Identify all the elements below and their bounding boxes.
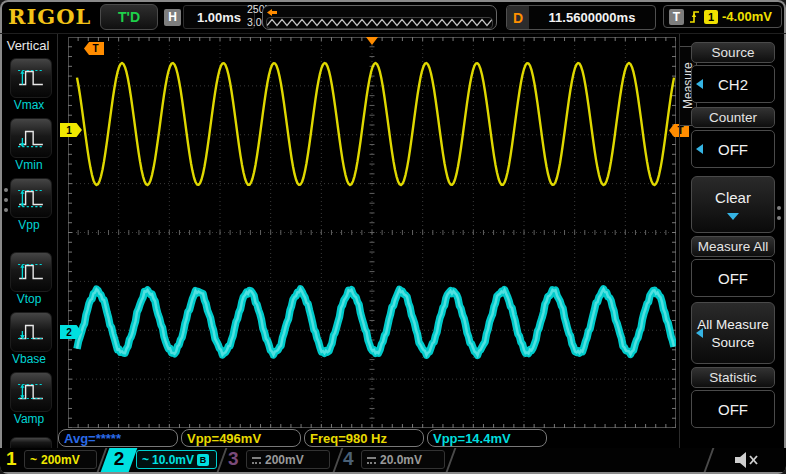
waveform-ch1 xyxy=(77,63,674,185)
dc-coupling-icon xyxy=(252,457,261,467)
channel3-scale: 200mV xyxy=(265,453,304,467)
scroll-dot xyxy=(777,216,781,220)
channel3-number[interactable]: 3 xyxy=(228,448,239,470)
trigger-status-badge: T'D xyxy=(100,4,158,30)
trigger-delay-marker[interactable] xyxy=(366,37,378,45)
vbase-icon xyxy=(17,320,45,344)
trigger-edge-rising-icon xyxy=(688,9,700,25)
sidebar-item-label: Vamp xyxy=(0,412,58,426)
chevron-left-icon xyxy=(696,79,703,89)
sidebar-item-label: Vpp xyxy=(0,218,58,232)
sidebar-item-vbase[interactable] xyxy=(10,312,52,352)
sidebar-item-label: Vtop xyxy=(0,292,58,306)
vpp-icon xyxy=(17,186,45,210)
chevron-left-icon xyxy=(696,328,703,338)
sidebar-divider xyxy=(57,34,58,448)
channel-status-bar: 1 ~ 200mV 2 ~ 10.0mV B 3 200mV 4 20.0mV xyxy=(0,448,786,472)
delay-value: 11.5600000ms xyxy=(529,10,655,25)
channel4-status[interactable]: 20.0mV xyxy=(361,450,445,469)
source-value: CH2 xyxy=(718,76,748,93)
channel2-scale: 10.0mV xyxy=(152,453,194,467)
sidebar-item-label: Vbase xyxy=(0,352,58,366)
rigol-logo: RIGOL xyxy=(8,4,91,29)
oscilloscope-screen: RIGOL T'D H 1.00ms 250MSa/s 3.00M pts D … xyxy=(0,0,786,474)
delay-label: D xyxy=(507,6,529,29)
scroll-dot xyxy=(4,208,8,212)
divider xyxy=(333,448,344,472)
memory-waveform-icon xyxy=(266,17,493,29)
all-measure-line2: Source xyxy=(692,335,774,350)
dc-coupling-icon xyxy=(367,457,376,467)
measurement-vpp-ch1[interactable]: Vpp=496mV xyxy=(181,429,301,447)
channel3-status[interactable]: 200mV xyxy=(246,450,330,469)
trigger-level-value: -4.00mV xyxy=(722,9,772,24)
trigger-readout: T 1 -4.00mV xyxy=(663,5,782,28)
source-label[interactable]: Source xyxy=(691,42,775,63)
vamp-icon xyxy=(17,380,45,404)
speaker-muted-icon xyxy=(733,451,761,469)
vmin-icon xyxy=(17,126,45,150)
horizontal-timebase: H 1.00ms xyxy=(164,6,255,28)
channel1-number[interactable]: 1 xyxy=(6,448,17,470)
bandwidth-limit-icon: B xyxy=(197,454,209,466)
trigger-label: T xyxy=(669,9,684,25)
channel2-number[interactable]: 2 xyxy=(105,448,133,470)
statistic-label[interactable]: Statistic xyxy=(691,367,775,388)
measure-all-value: OFF xyxy=(718,270,748,287)
divider xyxy=(446,448,457,472)
sidebar-item-label: Vmax xyxy=(0,98,58,112)
waveform-ch2 xyxy=(77,289,674,355)
channel4-number[interactable]: 4 xyxy=(343,448,354,470)
counter-label[interactable]: Counter xyxy=(691,107,775,128)
sidebar-item-vmin[interactable] xyxy=(10,118,52,158)
counter-value: OFF xyxy=(718,141,748,158)
horizontal-key-icon: H xyxy=(164,9,181,26)
statistic-value: OFF xyxy=(718,401,748,418)
divider xyxy=(217,448,228,472)
header-divider xyxy=(0,33,786,34)
scroll-dot xyxy=(777,206,781,210)
all-measure-source-button[interactable]: All Measure Source xyxy=(691,302,775,364)
ac-coupling-icon: ~ xyxy=(142,456,149,464)
timebase-value: 1.00ms xyxy=(183,5,255,29)
all-measure-line1: All Measure xyxy=(692,317,774,332)
channel1-scale: 200mV xyxy=(41,453,80,467)
clear-label: Clear xyxy=(692,189,774,206)
clear-button[interactable]: Clear xyxy=(691,176,775,233)
measure-all-value-button[interactable]: OFF xyxy=(691,259,775,297)
measurement-vpp-ch2[interactable]: Vpp=14.4mV xyxy=(427,429,547,447)
memory-position-bar xyxy=(262,5,497,30)
chevron-down-icon xyxy=(727,213,739,220)
scroll-dot xyxy=(4,198,8,202)
channel2-status[interactable]: ~ 10.0mV B xyxy=(136,450,217,469)
sidebar-item-vamp[interactable] xyxy=(10,372,52,412)
trigger-source-badge: 1 xyxy=(704,10,718,24)
sidebar-item-vtop[interactable] xyxy=(10,252,52,292)
divider xyxy=(704,448,715,472)
channel1-status[interactable]: ~ 200mV xyxy=(24,450,97,469)
counter-value-button[interactable]: OFF xyxy=(691,130,775,168)
sidebar-item-vpp[interactable] xyxy=(10,178,52,218)
sidebar-item-label: Vmin xyxy=(0,158,58,172)
scroll-dot xyxy=(4,188,8,192)
delay-readout: D 11.5600000ms xyxy=(506,5,656,30)
waveform-display xyxy=(68,37,676,428)
measurement-freq[interactable]: Freq=980 Hz xyxy=(304,429,424,447)
ac-coupling-icon: ~ xyxy=(30,456,37,464)
measurement-avg[interactable]: Avg=***** xyxy=(58,429,178,447)
vtop-icon xyxy=(17,260,45,284)
measure-all-label[interactable]: Measure All xyxy=(691,236,775,257)
statistic-value-button[interactable]: OFF xyxy=(691,390,775,428)
chevron-left-icon xyxy=(696,144,703,154)
sidebar-title: Vertical xyxy=(0,38,56,53)
source-value-button[interactable]: CH2 xyxy=(691,65,775,103)
channel4-scale: 20.0mV xyxy=(380,453,422,467)
sidebar-item-vmax[interactable] xyxy=(10,58,52,98)
memory-position-icon xyxy=(266,8,278,17)
vmax-icon xyxy=(17,66,45,90)
